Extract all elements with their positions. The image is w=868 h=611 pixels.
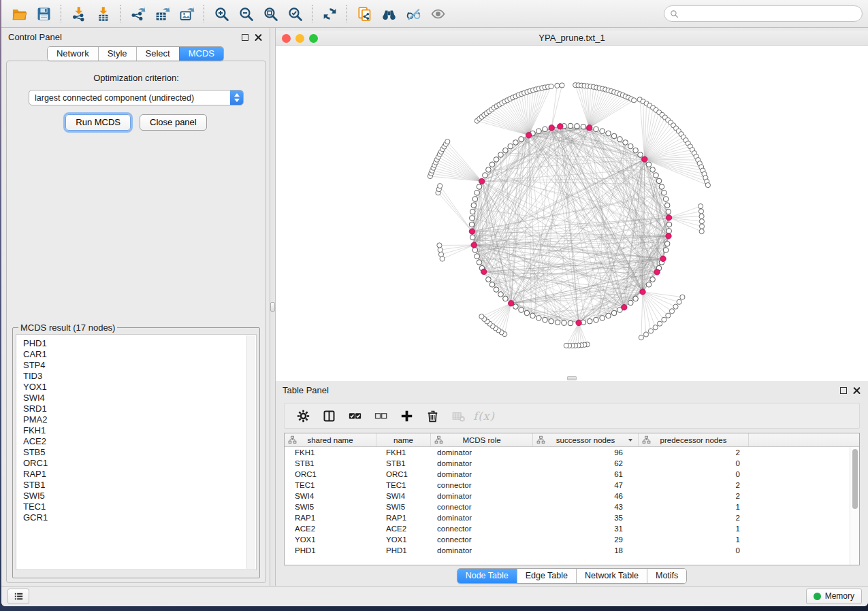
network-window-titlebar[interactable]: YPA_prune.txt_1 bbox=[276, 31, 868, 46]
table-cell[interactable]: ORC1 bbox=[376, 469, 431, 480]
result-node-item[interactable]: GCR1 bbox=[23, 512, 249, 523]
table-cell[interactable]: ORC1 bbox=[285, 469, 376, 480]
table-cell[interactable]: 0 bbox=[639, 469, 749, 480]
tab-network-table[interactable]: Network Table bbox=[576, 569, 647, 583]
result-node-item[interactable]: TID3 bbox=[23, 371, 249, 382]
table-cell[interactable]: FKH1 bbox=[285, 447, 376, 458]
table-cell[interactable]: 2 bbox=[639, 480, 749, 491]
table-cell[interactable]: YOX1 bbox=[376, 534, 431, 545]
table-cell[interactable]: connector bbox=[431, 480, 533, 491]
result-node-item[interactable]: YOX1 bbox=[23, 382, 249, 393]
close-panel-button[interactable]: Close panel bbox=[140, 114, 207, 131]
table-cell[interactable]: 35 bbox=[533, 512, 639, 523]
run-mcds-button[interactable]: Run MCDS bbox=[65, 114, 131, 131]
table-cell[interactable]: 62 bbox=[533, 458, 639, 469]
table-cell[interactable]: SWI5 bbox=[376, 501, 431, 512]
splitter-handle-icon[interactable] bbox=[270, 302, 275, 312]
criterion-select[interactable]: largest connected component (undirected) bbox=[29, 90, 244, 105]
column-header-successor-nodes[interactable]: successor nodes bbox=[533, 433, 639, 446]
table-cell[interactable]: 29 bbox=[533, 534, 639, 545]
export-image-icon[interactable] bbox=[174, 3, 199, 24]
table-cell[interactable]: 31 bbox=[533, 523, 639, 534]
horizontal-splitter[interactable] bbox=[276, 376, 868, 381]
table-cell[interactable]: 1 bbox=[639, 523, 749, 534]
column-header-predecessor-nodes[interactable]: predecessor nodes bbox=[639, 433, 749, 446]
scrollbar-thumb[interactable] bbox=[852, 449, 858, 509]
table-cell[interactable]: 0 bbox=[639, 458, 749, 469]
result-node-item[interactable]: RAP1 bbox=[23, 469, 249, 480]
export-table-icon[interactable] bbox=[150, 3, 174, 24]
result-node-item[interactable]: PMA2 bbox=[23, 414, 249, 425]
table-cell[interactable]: 61 bbox=[533, 469, 639, 480]
table-cell[interactable]: connector bbox=[431, 523, 533, 534]
table-cell[interactable]: 2 bbox=[639, 447, 749, 458]
tab-motifs[interactable]: Motifs bbox=[647, 569, 686, 583]
table-cell[interactable]: TEC1 bbox=[285, 480, 376, 491]
memory-button[interactable]: Memory bbox=[806, 589, 862, 604]
table-cell[interactable]: PHD1 bbox=[285, 545, 376, 556]
table-cell[interactable]: 1 bbox=[639, 501, 749, 512]
table-cell[interactable]: SWI4 bbox=[376, 491, 431, 501]
column-header-shared-name[interactable]: shared name bbox=[285, 433, 376, 446]
show-graphics-icon[interactable] bbox=[425, 3, 450, 24]
table-cell[interactable]: ACE2 bbox=[285, 523, 376, 534]
search-field[interactable] bbox=[664, 5, 863, 22]
table-row[interactable]: YOX1YOX1connector291 bbox=[285, 534, 850, 545]
hide-graphics-icon[interactable] bbox=[401, 3, 425, 24]
table-cell[interactable]: dominator bbox=[431, 545, 533, 556]
select-all-icon[interactable] bbox=[342, 405, 368, 427]
close-panel-icon[interactable] bbox=[853, 386, 861, 395]
mcds-result-list[interactable]: PHD1CAR1STP4TID3YOX1SWI4SRD1PMA2FKH1ACE2… bbox=[16, 334, 257, 570]
table-cell[interactable]: RAP1 bbox=[376, 512, 431, 523]
add-column-icon[interactable] bbox=[393, 405, 419, 427]
splitter-handle-icon[interactable] bbox=[567, 376, 577, 380]
close-window-icon[interactable] bbox=[282, 34, 291, 43]
delete-column-icon[interactable] bbox=[419, 405, 445, 427]
unselect-all-icon[interactable] bbox=[368, 405, 393, 427]
result-node-item[interactable]: TEC1 bbox=[23, 501, 249, 512]
table-cell[interactable]: 2 bbox=[639, 491, 749, 501]
table-cell[interactable]: 18 bbox=[533, 545, 639, 556]
save-session-icon[interactable] bbox=[31, 3, 56, 24]
table-row[interactable]: PHD1PHD1dominator180 bbox=[285, 545, 850, 556]
result-node-item[interactable]: PHD1 bbox=[23, 338, 249, 349]
table-cell[interactable]: dominator bbox=[431, 469, 533, 480]
result-node-item[interactable]: ACE2 bbox=[23, 436, 249, 447]
close-panel-icon[interactable] bbox=[255, 33, 263, 42]
import-network-icon[interactable] bbox=[66, 3, 91, 24]
result-node-item[interactable]: CAR1 bbox=[23, 349, 249, 360]
table-cell[interactable]: PHD1 bbox=[376, 545, 431, 556]
refresh-icon[interactable] bbox=[317, 3, 342, 24]
result-node-item[interactable]: ORC1 bbox=[23, 458, 249, 469]
column-header-name[interactable]: name bbox=[376, 433, 431, 446]
table-cell[interactable]: SWI4 bbox=[285, 491, 376, 501]
column-visibility-icon[interactable] bbox=[316, 405, 342, 427]
table-scrollbar[interactable] bbox=[850, 447, 859, 565]
search-input[interactable] bbox=[682, 9, 856, 18]
zoom-in-icon[interactable] bbox=[209, 3, 234, 24]
tab-mcds[interactable]: MCDS bbox=[179, 47, 223, 61]
table-cell[interactable]: connector bbox=[431, 501, 533, 512]
zoom-selected-icon[interactable] bbox=[283, 3, 307, 24]
table-cell[interactable]: RAP1 bbox=[285, 512, 376, 523]
search-binoculars-icon[interactable] bbox=[376, 3, 401, 24]
result-node-item[interactable]: SWI4 bbox=[23, 393, 249, 403]
table-cell[interactable]: dominator bbox=[431, 458, 533, 469]
result-node-item[interactable]: STP4 bbox=[23, 360, 249, 371]
table-cell[interactable]: 2 bbox=[639, 512, 749, 523]
result-node-item[interactable]: FKH1 bbox=[23, 425, 249, 436]
table-cell[interactable]: TEC1 bbox=[376, 480, 431, 491]
table-cell[interactable]: ACE2 bbox=[376, 523, 431, 534]
table-cell[interactable]: 96 bbox=[533, 447, 639, 458]
tab-node-table[interactable]: Node Table bbox=[457, 569, 517, 583]
tab-network[interactable]: Network bbox=[48, 47, 98, 61]
network-graph[interactable] bbox=[276, 46, 868, 376]
open-file-icon[interactable] bbox=[7, 3, 31, 24]
tab-select[interactable]: Select bbox=[136, 47, 179, 61]
show-panels-menu-button[interactable] bbox=[7, 589, 29, 604]
table-cell[interactable]: 1 bbox=[639, 534, 749, 545]
table-cell[interactable]: STB1 bbox=[376, 458, 431, 469]
table-cell[interactable]: YOX1 bbox=[285, 534, 376, 545]
table-row[interactable]: FKH1FKH1dominator962 bbox=[285, 447, 850, 458]
table-cell[interactable]: dominator bbox=[431, 491, 533, 501]
